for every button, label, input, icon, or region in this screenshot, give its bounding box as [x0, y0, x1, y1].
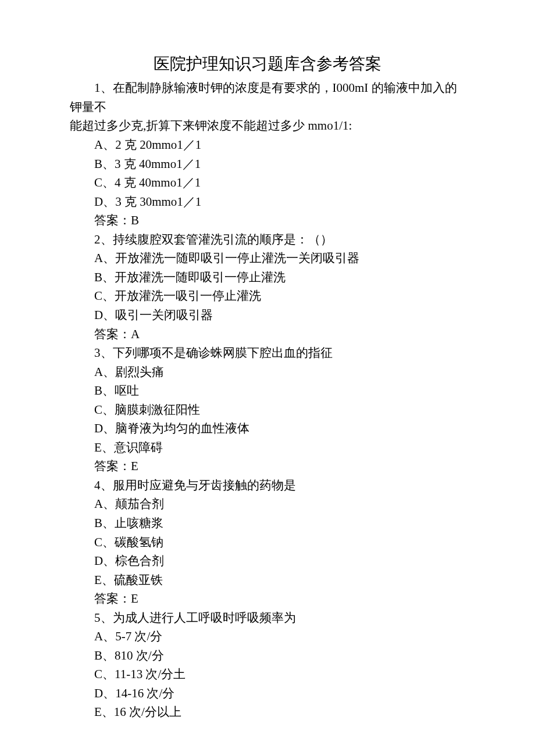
q4-option-c: C、碳酸氢钠	[70, 533, 465, 552]
q3-option-c: C、脑膜刺激征阳性	[70, 400, 465, 420]
q2-option-b: B、开放灌洗一随即吸引一停止灌洗	[70, 268, 465, 287]
q1-option-b: B、3 克 40mmo1／1	[70, 155, 465, 174]
q2-option-a: A、开放灌洗一随即吸引一停止灌洗一关闭吸引器	[70, 249, 465, 268]
q5-stem: 5、为成人进行人工呼吸时呼吸频率为	[70, 608, 465, 628]
q3-stem: 3、下列哪项不是确诊蛛网膜下腔出血的指征	[70, 343, 465, 363]
q4-option-a: A、颠茄合剂	[70, 495, 465, 514]
q5-option-a: A、5-7 次/分	[70, 627, 465, 646]
q2-option-c: C、开放灌洗一吸引一停止灌洗	[70, 286, 465, 306]
q5-option-c: C、11-13 次/分土	[70, 665, 465, 684]
q1-option-d: D、3 克 30mmo1／1	[70, 192, 465, 212]
q4-option-e: E、硫酸亚铁	[70, 571, 465, 590]
q4-option-b: B、止咳糖浆	[70, 514, 465, 533]
q4-option-d: D、棕色合剂	[70, 551, 465, 571]
q2-stem: 2、持续腹腔双套管灌洗引流的顺序是：（）	[70, 230, 465, 249]
q2-option-d: D、吸引一关闭吸引器	[70, 306, 465, 325]
q5-option-d: D、14-16 次/分	[70, 684, 465, 703]
q5-option-e: E、16 次/分以上	[70, 703, 465, 722]
q5-option-b: B、810 次/分	[70, 646, 465, 665]
q2-answer: 答案：A	[70, 325, 465, 344]
page-title: 医院护理知识习题库含参考答案	[70, 51, 465, 76]
q3-answer: 答案：E	[70, 457, 465, 476]
q1-option-a: A、2 克 20mmo1／1	[70, 135, 465, 155]
q1-answer: 答案：B	[70, 211, 465, 230]
q1-option-c: C、4 克 40mmo1／1	[70, 173, 465, 192]
q4-stem: 4、服用时应避免与牙齿接触的药物是	[70, 476, 465, 495]
q3-option-a: A、剧烈头痛	[70, 363, 465, 382]
q3-option-b: B、呕吐	[70, 381, 465, 400]
q1-stem-line2: 能超过多少克,折算下来钾浓度不能超过多少 mmo1/1:	[70, 116, 465, 135]
q1-stem-line1: 1、在配制静脉输液时钾的浓度是有要求的，I000mI 的输液中加入的钾量不	[70, 78, 465, 116]
q4-answer: 答案：E	[70, 589, 465, 608]
q3-option-d: D、脑脊液为均匀的血性液体	[70, 419, 465, 438]
q3-option-e: E、意识障碍	[70, 438, 465, 457]
